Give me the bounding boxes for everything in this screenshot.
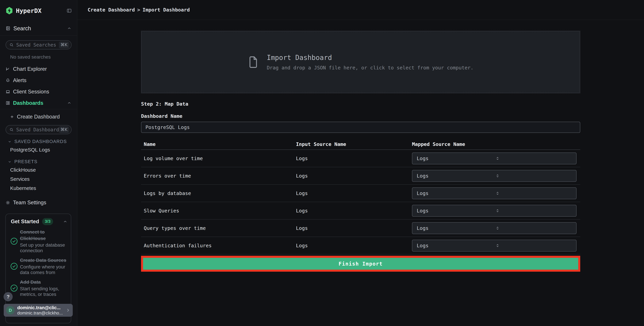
- mapped-source-select[interactable]: Logs: [412, 153, 576, 164]
- user-name: dominic.tran@clic...: [17, 305, 66, 310]
- row-input-source: Logs: [296, 156, 412, 161]
- laptop-icon: [6, 89, 10, 94]
- breadcrumb: Create Dashboard > Import Dashboard: [77, 0, 644, 20]
- mapped-source-select[interactable]: Logs: [412, 170, 576, 182]
- mapped-source-select[interactable]: Logs: [412, 205, 576, 217]
- select-value: Logs: [417, 173, 495, 179]
- step-subtitle: Start sending logs, metrics, or traces: [20, 286, 67, 297]
- column-header-input-source: Input Source Name: [296, 141, 412, 147]
- file-document-icon: [248, 56, 258, 69]
- search-icon: [9, 127, 14, 132]
- row-name: Logs by database: [141, 190, 296, 196]
- selector-up-down-icon: [495, 191, 573, 196]
- saved-dashboards-group-header[interactable]: SAVED DASHBOARDS: [0, 139, 77, 144]
- get-started-step-add-data[interactable]: Add Data Start sending logs, metrics, or…: [8, 279, 68, 297]
- dashboard-item-postgresql-logs[interactable]: PostgreSQL Logs: [0, 145, 77, 154]
- app-title: HyperDX: [16, 7, 66, 14]
- dashboard-name-input[interactable]: [141, 122, 580, 133]
- kbd-shortcut-badge: ⌘K: [59, 42, 69, 48]
- row-input-source: Logs: [296, 225, 412, 231]
- import-dropzone[interactable]: Import Dashboard Drag and drop a JSON fi…: [141, 31, 580, 93]
- get-started-header[interactable]: Get Started 3/3: [8, 218, 68, 225]
- annotation-highlight-box: Finish Import: [141, 256, 580, 272]
- get-started-step-sources[interactable]: Create Data Sources Configure where your…: [8, 257, 68, 275]
- table-row: Query types over time Logs Logs: [141, 219, 580, 237]
- search-section-label: Search: [13, 25, 67, 32]
- chevron-right-icon: [66, 308, 70, 313]
- row-input-source: Logs: [296, 208, 412, 214]
- selector-up-down-icon: [495, 156, 573, 161]
- sidebar-collapse-icon[interactable]: [66, 8, 72, 13]
- get-started-title: Get Started: [11, 218, 39, 225]
- sidebar-item-team-settings[interactable]: Team Settings: [0, 197, 77, 208]
- create-dashboard-label: Create Dashboard: [17, 114, 60, 120]
- selector-up-down-icon: [495, 208, 573, 213]
- dropzone-subtitle: Drag and drop a JSON file here, or click…: [267, 65, 473, 71]
- finish-import-button[interactable]: Finish Import: [143, 258, 578, 270]
- row-input-source: Logs: [296, 173, 412, 179]
- breadcrumb-create-dashboard[interactable]: Create Dashboard: [88, 7, 135, 13]
- main-area: Create Dashboard > Import Dashboard Impo…: [77, 0, 644, 326]
- step-2-label: Step 2: Map Data: [141, 101, 580, 107]
- sidebar-item-chart-explorer[interactable]: Chart Explorer: [0, 63, 77, 75]
- preset-item-services[interactable]: Services: [0, 175, 77, 184]
- table-row: Slow Queries Logs Logs: [141, 202, 580, 219]
- dashboards-grid-icon: [6, 101, 10, 105]
- presets-group-header[interactable]: PRESETS: [0, 159, 77, 164]
- saved-searches-input-wrap: ⌘K: [6, 40, 72, 50]
- kbd-shortcut-badge: ⌘K: [59, 126, 69, 133]
- chevron-up-icon: [63, 219, 68, 224]
- chevron-up-icon: [67, 26, 72, 31]
- step-title: Connect to ClickHouse: [20, 229, 67, 242]
- table-row: Authentication failures Logs Logs: [141, 237, 580, 254]
- sidebar-item-dashboards[interactable]: Dashboards: [0, 97, 77, 109]
- chevron-up-icon: [67, 101, 72, 105]
- breadcrumb-separator: >: [137, 7, 140, 13]
- sidebar-item-alerts[interactable]: Alerts: [0, 75, 77, 86]
- team-settings-label: Team Settings: [13, 200, 46, 206]
- select-value: Logs: [417, 190, 495, 196]
- saved-dashboards-input-wrap: ⌘K: [6, 125, 72, 134]
- search-icon: [9, 43, 14, 47]
- sidebar-nav: Chart Explorer Alerts Client Sessions Da…: [0, 63, 77, 109]
- saved-dashboards-group: SAVED DASHBOARDS PostgreSQL Logs: [0, 139, 77, 154]
- nav-label: Alerts: [13, 77, 72, 84]
- table-row: Logs by database Logs Logs: [141, 185, 580, 202]
- group-label: PRESETS: [14, 159, 38, 164]
- dropzone-title: Import Dashboard: [267, 54, 473, 62]
- bell-icon: [6, 78, 10, 83]
- nav-label: Dashboards: [13, 100, 67, 106]
- check-circle-icon: [8, 262, 20, 270]
- step-subtitle: Set up your database connection: [20, 242, 67, 253]
- mapped-source-select[interactable]: Logs: [412, 240, 576, 251]
- mapped-source-select[interactable]: Logs: [412, 222, 576, 234]
- breadcrumb-import-dashboard: Import Dashboard: [142, 7, 190, 13]
- get-started-step-connect[interactable]: Connect to ClickHouse Set up your databa…: [8, 229, 68, 253]
- plus-icon: [10, 115, 14, 119]
- get-started-progress-badge: 3/3: [42, 218, 53, 225]
- group-label: SAVED DASHBOARDS: [14, 139, 67, 144]
- hyperdx-logo-icon: [6, 7, 13, 15]
- row-input-source: Logs: [296, 243, 412, 248]
- select-value: Logs: [417, 156, 495, 161]
- select-value: Logs: [417, 225, 495, 231]
- sidebar-item-search[interactable]: Search: [0, 21, 77, 36]
- create-dashboard-button[interactable]: Create Dashboard: [0, 109, 77, 124]
- presets-group: PRESETS ClickHouse Services Kubernetes: [0, 159, 77, 193]
- saved-dashboards-input[interactable]: [16, 127, 59, 133]
- sidebar: HyperDX Search ⌘K No saved searches Char…: [0, 0, 77, 326]
- step-subtitle: Configure where your data comes from: [20, 264, 67, 275]
- row-name: Query types over time: [141, 225, 296, 231]
- help-button[interactable]: ?: [4, 292, 13, 301]
- nav-label: Client Sessions: [13, 89, 72, 95]
- saved-searches-input[interactable]: [16, 42, 59, 48]
- preset-item-kubernetes[interactable]: Kubernetes: [0, 184, 77, 193]
- select-value: Logs: [417, 208, 495, 214]
- user-account-chip[interactable]: D dominic.tran@clic... dominic.tran@clic…: [4, 304, 73, 317]
- chevron-down-icon: [8, 140, 12, 144]
- sidebar-item-client-sessions[interactable]: Client Sessions: [0, 86, 77, 97]
- preset-item-clickhouse[interactable]: ClickHouse: [0, 165, 77, 175]
- mapped-source-select[interactable]: Logs: [412, 187, 576, 199]
- search-panel-icon: [6, 26, 10, 31]
- table-row: Log volume over time Logs Logs: [141, 150, 580, 167]
